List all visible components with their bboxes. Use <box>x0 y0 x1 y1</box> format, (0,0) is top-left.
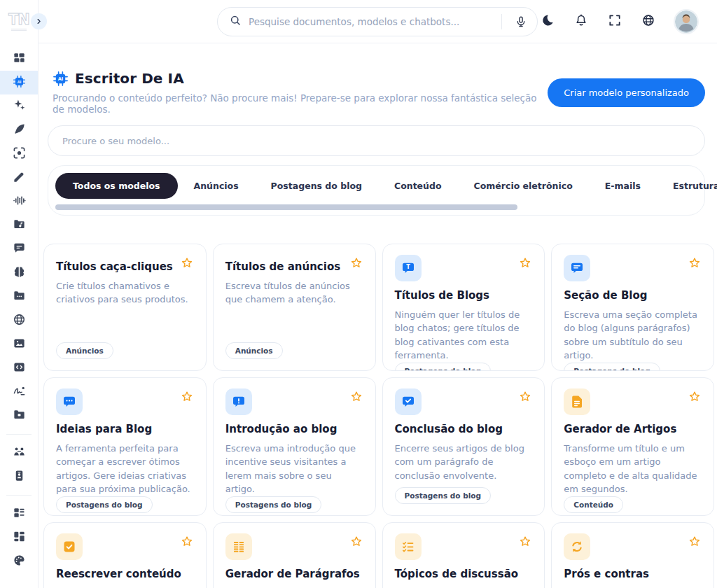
sidebar-item-brain[interactable] <box>0 261 38 285</box>
template-card[interactable]: Introdução ao blogEscreva uma introdução… <box>213 377 376 516</box>
contacts-icon <box>13 469 26 484</box>
sidebar-item-code[interactable] <box>0 356 38 380</box>
tabs-scrollbar[interactable] <box>55 204 517 210</box>
dashboard-icon <box>13 51 26 66</box>
globe-icon <box>13 313 26 328</box>
page-header: AI Escritor De IA Procurando o conteúdo … <box>53 70 705 115</box>
template-card[interactable]: TTítulos de BlogsNinguém quer ler título… <box>382 244 545 371</box>
favorite-star-button[interactable] <box>180 535 194 551</box>
sidebar-item-audio-waveform[interactable] <box>0 190 38 214</box>
sidebar-item-pen[interactable] <box>0 118 38 142</box>
bubble-check-icon <box>395 388 422 415</box>
favorite-star-button[interactable] <box>180 256 194 272</box>
create-custom-template-button[interactable]: Criar modelo personalizado <box>548 78 705 107</box>
paragraph-lines-icon <box>225 533 252 560</box>
global-search[interactable] <box>217 7 538 36</box>
sidebar-item-folder[interactable] <box>0 404 38 428</box>
tab-conteudo[interactable]: Conteúdo <box>378 174 458 198</box>
favorite-star-button[interactable] <box>688 535 702 551</box>
folder-dots-icon <box>13 289 26 304</box>
template-card[interactable]: Gerador de ParágrafosGere parágrafos sob… <box>213 522 376 588</box>
language-button[interactable] <box>640 13 657 30</box>
sidebar-divider <box>6 495 32 496</box>
template-card[interactable]: Prós e contrasEscreva sobre os prós e os… <box>551 522 714 588</box>
favorite-star-button[interactable] <box>518 535 532 551</box>
favorite-star-button[interactable] <box>688 390 702 406</box>
sidebar-item-theme-palette[interactable] <box>0 550 38 573</box>
card-category-tag: Postagens do blog <box>395 487 492 504</box>
card-category-tag: Postagens do blog <box>225 496 322 513</box>
user-avatar[interactable] <box>674 9 699 34</box>
voice-search-button[interactable] <box>509 10 533 34</box>
sidebar-item-affiliates[interactable] <box>0 441 38 465</box>
template-card[interactable]: Gerador de ArtigosTransforme um título e… <box>551 377 714 516</box>
sidebar-item-signature[interactable] <box>0 380 38 404</box>
logo-caption <box>11 29 27 31</box>
sidebar-item-edit[interactable] <box>0 166 38 190</box>
sidebar-item-ai-writer[interactable]: AI <box>0 71 38 94</box>
template-card[interactable]: Títulos caça-cliquesCrie títulos chamati… <box>43 244 207 371</box>
sidebar-item-contacts[interactable] <box>0 465 38 489</box>
favorite-star-button[interactable] <box>180 390 194 406</box>
template-card[interactable]: Seção de BlogEscreva uma seção completa … <box>551 244 714 371</box>
favorite-star-button[interactable] <box>518 256 532 272</box>
card-category-tag: Postagens do blog <box>395 363 492 372</box>
widgets-icon <box>13 530 26 545</box>
sidebar-item-folder-dots[interactable] <box>0 285 38 309</box>
card-category-tag: Postagens do blog <box>56 496 153 513</box>
template-card[interactable]: Tópicos de discussãoEscreva tópicos curt… <box>382 522 545 588</box>
fullscreen-button[interactable] <box>606 13 623 30</box>
notifications-button[interactable] <box>573 13 590 30</box>
sidebar-item-apps-grid[interactable] <box>0 502 38 526</box>
tab-postagens-do-blog[interactable]: Postagens do blog <box>255 174 378 198</box>
template-card[interactable]: Títulos de anúnciosEscreva títulos de an… <box>213 244 376 371</box>
favorite-star-button[interactable] <box>688 256 702 272</box>
page-subtitle: Procurando o conteúdo perfeito? Não proc… <box>53 92 548 115</box>
svg-text:AI: AI <box>58 76 64 81</box>
template-card[interactable]: Reescrever conteúdoPegue um conteúdo e r… <box>43 522 207 588</box>
edit-icon <box>13 170 26 186</box>
sidebar-item-image-scan[interactable] <box>0 142 38 166</box>
template-card[interactable]: Conclusão do blogEncerre seus artigos de… <box>382 377 545 516</box>
apps-grid-icon <box>13 506 26 522</box>
sidebar-item-widgets[interactable] <box>0 526 38 550</box>
sidebar-item-magic-tools[interactable] <box>0 94 38 118</box>
tab-anuncios[interactable]: Anúncios <box>178 174 255 198</box>
sidebar-item-chat[interactable] <box>0 237 38 261</box>
favorite-star-button[interactable] <box>349 535 363 551</box>
sidebar: TN AI <box>0 0 39 588</box>
bubble-exclaim-icon <box>225 388 252 415</box>
card-category-tag: Postagens do blog <box>564 363 660 372</box>
card-description: Crie títulos chamativos e criativos para… <box>56 279 194 307</box>
card-title: Gerador de Parágrafos <box>225 568 363 582</box>
tab-comercio-eletronico[interactable]: Comércio eletrônico <box>458 174 589 198</box>
card-title: Gerador de Artigos <box>564 423 702 437</box>
card-title: Títulos de Blogs <box>395 289 533 303</box>
sidebar-item-image[interactable] <box>0 332 38 356</box>
tab-e-mails[interactable]: E-mails <box>589 174 657 198</box>
tab-todos-os-modelos[interactable]: Todos os modelos <box>55 173 178 199</box>
favorite-star-button[interactable] <box>349 390 363 406</box>
dark-mode-icon <box>541 13 555 29</box>
bubble-title-icon: T <box>395 255 422 281</box>
favorite-star-button[interactable] <box>349 256 363 272</box>
card-title: Reescrever conteúdo <box>56 568 194 582</box>
sidebar-nav: AI <box>0 47 38 573</box>
sidebar-item-media-folder[interactable] <box>0 214 38 237</box>
sidebar-expand-button[interactable] <box>31 13 47 29</box>
sidebar-item-globe[interactable] <box>0 309 38 332</box>
favorite-star-button[interactable] <box>518 390 532 406</box>
document-icon <box>564 388 590 415</box>
global-search-input[interactable] <box>249 16 494 27</box>
brain-icon <box>13 265 26 281</box>
tab-estruturas[interactable]: Estruturas <box>657 174 717 198</box>
topbar <box>39 0 717 43</box>
template-search-input[interactable] <box>48 125 705 156</box>
dark-mode-button[interactable] <box>539 13 556 30</box>
template-card[interactable]: Ideias para BlogA ferramenta perfeita pa… <box>43 377 207 516</box>
media-folder-icon <box>13 218 26 233</box>
card-description: A ferramenta perfeita para começar a esc… <box>56 442 194 496</box>
bubble-dots-icon <box>56 388 83 415</box>
sidebar-item-dashboard[interactable] <box>0 47 38 71</box>
card-description: Escreva uma seção completa do blog (algu… <box>564 308 702 363</box>
